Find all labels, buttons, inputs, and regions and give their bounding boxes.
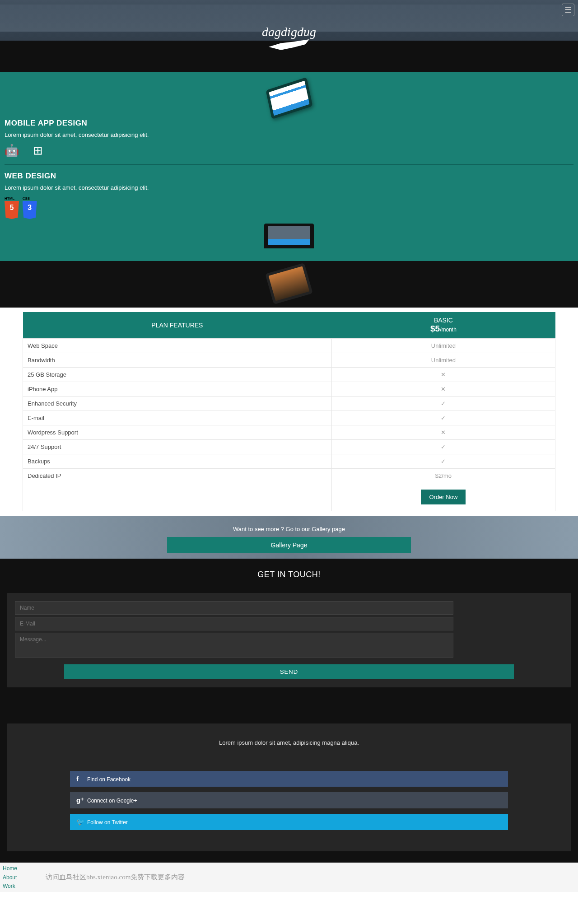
order-now-button[interactable]: Order Now	[421, 490, 466, 504]
feature-label: E-mail	[23, 411, 332, 425]
html5-icon: 5	[5, 201, 19, 219]
email-input[interactable]	[15, 617, 453, 630]
feature-label: 24/7 Support	[23, 440, 332, 454]
feature-value: ✓	[331, 397, 555, 411]
site-logo: dagdigdug	[262, 25, 316, 52]
css3-icon: 3	[23, 201, 37, 219]
table-row: iPhone App✕	[23, 382, 555, 397]
footer-nav: Home About 访问血鸟社区bbs.xieniao.com免费下载更多内容…	[0, 863, 578, 892]
table-row: BandwidthUnlimited	[23, 353, 555, 368]
gallery-page-button[interactable]: Gallery Page	[167, 537, 411, 553]
footer-link-work[interactable]: Work	[3, 882, 575, 891]
col-basic: BASIC $5/month	[331, 312, 555, 339]
hamburger-menu-button[interactable]: ☰	[562, 4, 574, 16]
feature-label: Web Space	[23, 339, 332, 353]
contact-section: GET IN TOUCH! SEND Lorem ipsum dolor sit…	[0, 559, 578, 863]
mobile-app-section: MOBILE APP DESIGN Lorem ipsum dolor sit …	[5, 72, 573, 165]
feature-value: ✕	[331, 368, 555, 382]
hamburger-icon: ☰	[564, 5, 572, 15]
web-title: WEB DESIGN	[5, 172, 573, 181]
feature-label: Bandwidth	[23, 353, 332, 368]
laptop-mockup-icon	[264, 224, 314, 248]
table-row: Backups✓	[23, 454, 555, 469]
table-row: Web SpaceUnlimited	[23, 339, 555, 353]
feature-label: iPhone App	[23, 382, 332, 397]
footer-link-home[interactable]: Home	[3, 864, 575, 873]
name-input[interactable]	[15, 601, 453, 615]
googleplus-button[interactable]: g⁺Connect on Google+	[70, 792, 508, 808]
windows-icon[interactable]: ⊞	[33, 144, 43, 158]
feature-value: Unlimited	[331, 339, 555, 353]
android-icon[interactable]: 🤖	[5, 144, 19, 158]
pricing-table-section: PLAN FEATURES BASIC $5/month Web SpaceUn…	[0, 308, 578, 516]
feature-value: Unlimited	[331, 353, 555, 368]
feature-label: 25 GB Storage	[23, 368, 332, 382]
gallery-cta-strip: Want to see more ? Go to our Gallery pag…	[0, 516, 578, 559]
feature-value: ✕	[331, 382, 555, 397]
feature-label: Dedicated IP	[23, 469, 332, 483]
feature-value: ✓	[331, 411, 555, 425]
hero-banner: ☰ dagdigdug	[0, 0, 578, 72]
dark-phone-strip	[0, 261, 578, 308]
feature-value: ✓	[331, 454, 555, 469]
table-row: Enhanced Security✓	[23, 397, 555, 411]
feature-value: ✕	[331, 425, 555, 440]
web-desc: Lorem ipsum dolor sit amet, consectetur …	[5, 184, 573, 191]
feature-value: $2/mo	[331, 469, 555, 483]
twitter-icon: 🐦	[76, 818, 84, 826]
contact-form: SEND	[7, 593, 571, 687]
feature-value: ✓	[331, 440, 555, 454]
table-row: 24/7 Support✓	[23, 440, 555, 454]
col-features: PLAN FEATURES	[23, 312, 332, 339]
footer-link-about[interactable]: About	[3, 873, 17, 882]
watermark-text: 访问血鸟社区bbs.xieniao.com免费下载更多内容	[46, 873, 185, 881]
feature-label: Backups	[23, 454, 332, 469]
mobile-desc: Lorem ipsum dolor sit amet, consectetur …	[5, 131, 573, 138]
table-row: E-mail✓	[23, 411, 555, 425]
pricing-table: PLAN FEATURES BASIC $5/month Web SpaceUn…	[23, 312, 555, 511]
feature-label: Enhanced Security	[23, 397, 332, 411]
googleplus-icon: g⁺	[76, 796, 84, 804]
facebook-button[interactable]: fFind on Facebook	[70, 771, 508, 787]
twitter-button[interactable]: 🐦Follow on Twitter	[70, 814, 508, 830]
logo-text: dagdigdug	[262, 25, 316, 39]
send-button[interactable]: SEND	[64, 664, 513, 679]
feature-label: Wordpress Support	[23, 425, 332, 440]
mobile-title: MOBILE APP DESIGN	[5, 119, 573, 128]
message-textarea[interactable]	[15, 633, 453, 658]
gallery-prompt: Want to see more ? Go to our Gallery pag…	[233, 526, 345, 532]
table-row: 25 GB Storage✕	[23, 368, 555, 382]
social-panel: Lorem ipsum dolor sit amet, adipisicing …	[7, 723, 571, 851]
contact-title: GET IN TOUCH!	[7, 570, 571, 579]
table-row: Wordpress Support✕	[23, 425, 555, 440]
facebook-icon: f	[76, 775, 84, 783]
phone-mockup-icon	[266, 77, 312, 119]
logo-swoosh-icon	[269, 39, 309, 52]
dark-phone-mockup-icon	[265, 263, 313, 304]
table-row: Dedicated IP$2/mo	[23, 469, 555, 483]
web-design-section: WEB DESIGN Lorem ipsum dolor sit amet, c…	[5, 165, 573, 261]
social-text: Lorem ipsum dolor sit amet, adipisicing …	[70, 739, 508, 746]
